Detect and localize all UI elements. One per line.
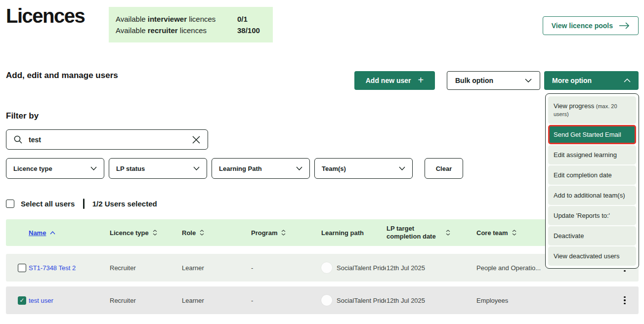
cell-role: Learner (182, 297, 251, 304)
cell-licence-type: Recruiter (110, 297, 182, 304)
menu-item-add-to-additional-teams[interactable]: Add to additional team(s) (548, 186, 636, 205)
teams-dropdown[interactable]: Team(s) (314, 158, 413, 179)
user-search-box (6, 129, 208, 150)
licences-page: Licences Available interviewer licences … (0, 0, 644, 324)
page-title: Licences (6, 5, 85, 27)
recruiter-licences-value: 38/100 (237, 25, 264, 36)
sort-icon (281, 230, 286, 236)
cell-core-team: Employees (476, 297, 611, 304)
more-option-button[interactable]: More option (544, 71, 639, 90)
kebab-icon[interactable] (611, 296, 639, 305)
bulk-option-button[interactable]: Bulk option (447, 71, 540, 90)
column-header-learning-path: Learning path (321, 229, 386, 237)
column-header-program[interactable]: Program (251, 229, 321, 237)
menu-item-view-progress[interactable]: View progress (max. 20 users) (548, 96, 636, 124)
menu-item-deactivate[interactable]: Deactivate (548, 226, 636, 245)
cell-licence-type: Recruiter (110, 264, 182, 272)
menu-item-view-deactivated-users[interactable]: View deactivated users (548, 246, 636, 266)
sort-icon (446, 230, 450, 236)
row-checkbox[interactable]: ✓ (18, 296, 26, 305)
chevron-down-icon (90, 166, 97, 170)
interviewer-licences-row: Available interviewer licences 0/1 (116, 13, 264, 25)
selection-row: ✓ Select all users 1/2 Users selected (6, 199, 157, 209)
interviewer-licences-value: 0/1 (237, 13, 264, 25)
vertical-divider (83, 199, 85, 209)
cell-program: - (251, 264, 321, 272)
lp-status-dropdown[interactable]: LP status (109, 158, 207, 179)
more-option-menu: View progress (max. 20 users) Send Get S… (545, 93, 639, 269)
table-row: ✓ test user Recruiter Learner - SocialTa… (6, 286, 639, 314)
table-header: Name Licence type Role Program Learning … (6, 219, 639, 246)
menu-item-edit-assigned-learning[interactable]: Edit assigned learning (548, 145, 636, 164)
column-header-name[interactable]: Name (29, 229, 110, 237)
clear-filters-button[interactable]: Clear (425, 158, 463, 179)
menu-item-update-reports-to[interactable]: Update 'Reports to:' (548, 206, 636, 225)
column-header-licence-type[interactable]: Licence type (110, 229, 182, 237)
summary-label: Available interviewer licences (116, 13, 215, 25)
licence-summary-box: Available interviewer licences 0/1 Avail… (109, 7, 273, 42)
learning-path-avatar (321, 295, 332, 306)
search-input[interactable] (29, 136, 186, 144)
checkbox-tick-icon: ✓ (19, 297, 24, 303)
summary-label: Available recruiter licences (116, 25, 207, 36)
column-header-lp-target-completion-date[interactable]: LP target completion date (386, 225, 476, 241)
clear-search-icon[interactable] (192, 135, 201, 144)
arrow-right-icon (619, 22, 630, 30)
sort-asc-icon (50, 231, 55, 235)
cell-learning-path: SocialTalent Pride 2... (321, 262, 386, 273)
licence-type-dropdown[interactable]: Licence type (6, 158, 104, 179)
sort-icon (153, 230, 157, 236)
user-name-link[interactable]: ST1-7348 Test 2 (29, 264, 76, 272)
view-licence-pools-button[interactable]: View licence pools (543, 16, 639, 35)
filter-by-heading: Filter by (6, 111, 39, 121)
select-all-label: Select all users (21, 200, 75, 208)
search-icon (13, 135, 23, 144)
column-header-role[interactable]: Role (182, 229, 251, 237)
chevron-down-icon (399, 166, 405, 170)
cell-role: Learner (182, 264, 251, 272)
chevron-down-icon (193, 166, 200, 170)
recruiter-licences-row: Available recruiter licences 38/100 (116, 25, 264, 36)
cell-program: - (251, 297, 321, 304)
cell-learning-path: SocialTalent Pride 2... (321, 295, 386, 306)
manage-users-heading: Add, edit and manage users (6, 71, 118, 81)
cell-lp-target-date: 12th Jul 2025 (386, 297, 476, 304)
sort-icon (512, 230, 516, 236)
sort-icon (200, 230, 204, 236)
user-name-link[interactable]: test user (29, 297, 53, 304)
row-checkbox[interactable]: ✓ (18, 264, 26, 272)
chevron-down-icon (525, 79, 532, 82)
chevron-down-icon (296, 166, 302, 170)
learning-path-avatar (321, 262, 332, 273)
menu-item-send-get-started-email[interactable]: Send Get Started Email (548, 125, 636, 144)
menu-item-edit-completion-date[interactable]: Edit completion date (548, 165, 636, 185)
table-row: ✓ ST1-7348 Test 2 Recruiter Learner - So… (6, 254, 639, 282)
select-all-checkbox[interactable]: ✓ (6, 200, 14, 208)
add-icon: + (418, 75, 424, 85)
cell-lp-target-date: 12th Jul 2025 (386, 264, 476, 272)
learning-path-dropdown[interactable]: Learning Path (212, 158, 310, 179)
add-new-user-button[interactable]: Add new user + (354, 71, 435, 90)
chevron-up-icon (624, 79, 631, 82)
users-selected-count: 1/2 Users selected (92, 200, 157, 208)
